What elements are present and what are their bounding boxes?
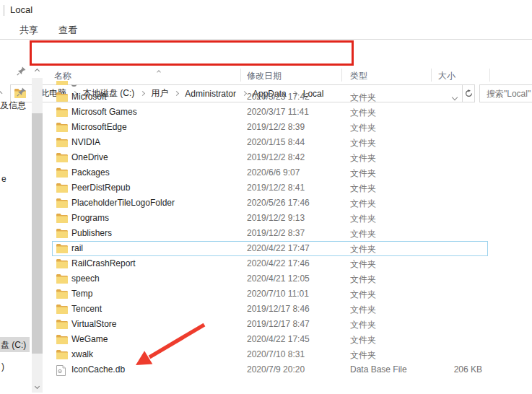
folder-icon <box>56 214 68 223</box>
folder-icon <box>56 244 68 253</box>
file-date: 2020/4/22 17:45 <box>247 334 310 344</box>
file-type: 文件夹 <box>350 198 376 210</box>
file-type: 文件夹 <box>350 258 376 271</box>
file-name: Packages <box>71 167 110 178</box>
folder-icon <box>56 198 68 208</box>
file-row[interactable]: Publishers2019/12/2 8:37文件夹 <box>52 226 488 241</box>
file-date: 2019/12/17 8:46 <box>247 304 310 314</box>
file-type: 文件夹 <box>350 92 376 104</box>
file-row[interactable]: Packages2020/6/6 9:07文件夹 <box>52 165 488 180</box>
folder-icon <box>56 259 68 268</box>
file-date: 2019/12/2 9:13 <box>247 213 305 223</box>
file-date: 2019/12/17 8:47 <box>247 319 310 329</box>
folder-icon <box>56 335 68 344</box>
file-name: WeGame <box>71 334 108 344</box>
file-row[interactable]: xwalk2020/7/10 8:31文件夹 <box>52 347 488 362</box>
file-date: 2020/1/15 8:44 <box>247 137 305 147</box>
folder-icon <box>56 168 68 178</box>
file-row[interactable]: Programs2019/12/2 9:13文件夹 <box>52 211 488 226</box>
folder-icon <box>56 289 68 299</box>
file-row[interactable]: Microsoft2020/3/23 17:42文件夹 <box>52 89 488 105</box>
folder-icon <box>56 305 68 314</box>
folder-icon <box>56 183 68 193</box>
file-type: 文件夹 <box>350 319 376 331</box>
file-type: 文件夹 <box>350 152 376 165</box>
file-type: 文件夹 <box>350 228 376 240</box>
file-date: 2020/7/9 20:20 <box>247 364 305 375</box>
file-date: 2020/3/23 17:42 <box>247 92 310 102</box>
folder-icon <box>56 138 68 147</box>
file-name: VirtualStore <box>71 319 116 329</box>
file-row[interactable]: RailCrashReport2020/4/22 17:46文件夹 <box>52 256 488 271</box>
file-row[interactable]: IconCache.db2020/7/9 20:20Data Base File… <box>52 362 488 377</box>
file-name: PlaceholderTileLogoFolder <box>71 198 175 208</box>
file-type: 文件夹 <box>350 273 376 286</box>
file-row[interactable]: Microsoft Games2020/3/17 11:41文件夹 <box>52 105 488 120</box>
folder-icon <box>56 274 68 284</box>
file-row[interactable]: VirtualStore2019/12/17 8:47文件夹 <box>52 317 488 332</box>
folder-icon <box>56 153 68 162</box>
file-row[interactable]: WeGame2020/4/22 17:45文件夹 <box>52 332 488 347</box>
file-row[interactable]: rail2020/4/22 17:47文件夹 <box>52 241 488 256</box>
file-type: Data Base File <box>350 364 407 375</box>
folder-icon <box>56 92 68 102</box>
file-date: 2019/12/2 8:42 <box>247 152 305 162</box>
file-date: 2020/7/10 8:31 <box>247 349 305 359</box>
file-list: Microsoft2020/3/23 17:42文件夹Microsoft Gam… <box>0 0 532 394</box>
file-name: speech <box>71 273 100 284</box>
file-type: 文件夹 <box>350 304 376 316</box>
db-file-icon <box>56 365 68 375</box>
file-row[interactable]: Temp2020/7/10 11:01文件夹 <box>52 286 488 302</box>
file-name: Temp <box>71 289 92 299</box>
file-row[interactable]: MicrosoftEdge2019/12/2 8:39文件夹 <box>52 120 488 135</box>
file-date: 2020/4/22 17:46 <box>247 258 310 268</box>
file-name: NVIDIA <box>71 137 100 147</box>
file-date: 2019/12/2 8:37 <box>247 228 305 238</box>
file-name: IconCache.db <box>71 364 125 375</box>
file-date: 2020/4/21 12:05 <box>247 273 310 284</box>
file-type: 文件夹 <box>350 183 376 195</box>
file-type: 文件夹 <box>350 334 376 346</box>
file-type: 文件夹 <box>350 349 376 362</box>
file-type: 文件夹 <box>350 122 376 134</box>
file-date: 2019/12/2 8:39 <box>247 122 305 132</box>
file-date: 2020/4/22 17:47 <box>247 243 310 253</box>
file-name: xwalk <box>71 349 93 359</box>
file-row[interactable]: OneDrive2019/12/2 8:42文件夹 <box>52 150 488 165</box>
file-row[interactable]: PlaceholderTileLogoFolder2020/5/26 17:46… <box>52 196 488 211</box>
file-row[interactable]: Tencent2019/12/17 8:46文件夹 <box>52 302 488 317</box>
file-name: MicrosoftEdge <box>71 122 127 132</box>
file-size: 206 KB <box>454 364 482 375</box>
file-row[interactable]: NVIDIA2020/1/15 8:44文件夹 <box>52 135 488 150</box>
file-type: 文件夹 <box>350 137 376 149</box>
file-type: 文件夹 <box>350 167 376 180</box>
file-name: Publishers <box>71 228 112 238</box>
file-name: Tencent <box>71 304 102 314</box>
file-name: OneDrive <box>71 152 108 162</box>
file-name: RailCrashReport <box>71 258 136 268</box>
file-name: PeerDistRepub <box>71 183 130 193</box>
file-date: 2020/5/26 17:46 <box>247 198 310 208</box>
file-type: 文件夹 <box>350 289 376 301</box>
file-date: 2019/12/2 8:41 <box>247 183 305 193</box>
file-row[interactable]: speech2020/4/21 12:05文件夹 <box>52 271 488 286</box>
file-date: 2020/3/17 11:41 <box>247 107 309 117</box>
file-date: 2020/6/6 9:07 <box>247 167 300 178</box>
file-type: 文件夹 <box>350 107 376 119</box>
folder-icon <box>56 320 68 329</box>
file-name: Programs <box>71 213 109 223</box>
file-row[interactable]: PeerDistRepub2019/12/2 8:41文件夹 <box>52 180 488 196</box>
file-type: 文件夹 <box>350 243 376 255</box>
folder-icon <box>56 229 68 238</box>
folder-icon <box>56 350 68 359</box>
file-date: 2020/7/10 11:01 <box>247 289 309 299</box>
folder-icon <box>56 108 68 117</box>
file-type: 文件夹 <box>350 213 376 225</box>
folder-icon <box>56 123 68 132</box>
file-name: Microsoft <box>71 92 107 102</box>
file-name: rail <box>71 243 83 253</box>
file-name: Microsoft Games <box>71 107 137 117</box>
